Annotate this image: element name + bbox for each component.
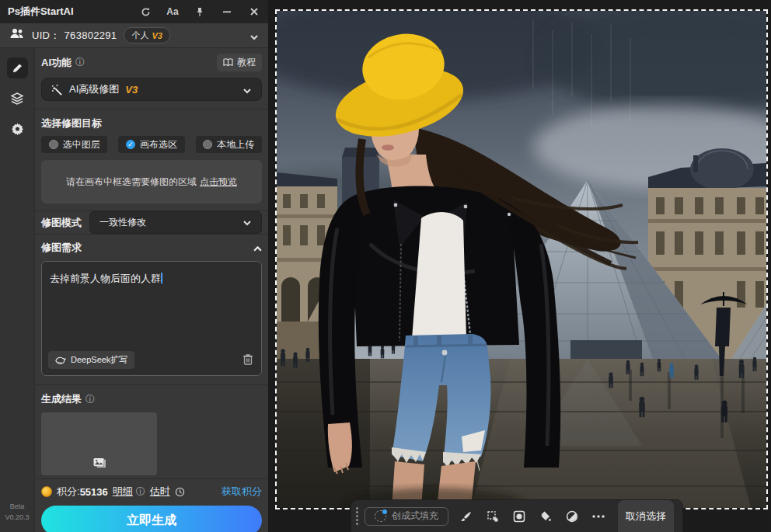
plan-badge: 个人 V3	[124, 27, 169, 43]
plan-version: V3	[152, 31, 162, 40]
transform-select-icon[interactable]	[480, 506, 506, 527]
radio-selected-layer[interactable]: 选中图层	[41, 136, 107, 153]
taskbar-drag-handle[interactable]	[356, 507, 358, 525]
info-icon[interactable]: ⓘ	[85, 393, 95, 406]
radio-icon	[49, 140, 58, 149]
adjustment-icon[interactable]	[559, 506, 585, 527]
section-prompt: 修图需求 去掉前景人物后面的人群 DeepSeek扩写	[35, 235, 268, 385]
mode-select[interactable]: 一致性修改	[89, 211, 262, 234]
refresh-icon[interactable]	[139, 5, 152, 18]
pin-icon[interactable]	[194, 5, 206, 18]
canvas-area[interactable]: 创成式填充 取消选择	[268, 0, 771, 532]
section-result: 生成结果 ⓘ	[35, 385, 268, 479]
generate-button[interactable]: 立即生成	[41, 506, 262, 532]
generative-fill-button[interactable]: 创成式填充	[365, 507, 448, 526]
feature-version: V3	[125, 84, 138, 96]
minimize-icon[interactable]	[221, 5, 233, 18]
app-root: Ps插件StartAI Aa UID：	[0, 0, 771, 532]
whale-icon	[55, 356, 66, 364]
more-options-icon[interactable]	[585, 506, 612, 527]
text-cursor	[161, 273, 162, 283]
plan-name: 个人	[131, 30, 148, 41]
result-thumbnail-empty[interactable]	[41, 412, 157, 475]
coin-icon	[41, 486, 52, 497]
paint-bucket-icon[interactable]	[532, 506, 559, 527]
radio-icon	[203, 140, 212, 149]
prompt-label: 修图需求	[41, 241, 82, 255]
edit-tab-pencil-icon[interactable]	[7, 57, 28, 78]
generative-fill-icon	[375, 510, 386, 522]
section-footer: 积分: 55136 明细 ⓘ 估时 获取积分 立即生成	[35, 479, 268, 532]
prompt-text: 去掉前景人物后面的人群	[50, 273, 161, 284]
mode-label: 修图模式	[41, 216, 82, 230]
magic-wand-icon	[51, 84, 63, 96]
info-icon: ⓘ	[136, 485, 145, 499]
section-target: 选择修图目标 选中图层 ✓ 画布选区 本地上传	[35, 110, 268, 211]
feature-name: AI高级修图	[69, 82, 119, 96]
chevron-down-icon	[242, 85, 252, 94]
book-icon	[223, 58, 233, 67]
radio-checked-icon: ✓	[126, 140, 135, 149]
preview-link[interactable]: 点击预览	[200, 176, 237, 189]
target-label: 选择修图目标	[41, 116, 262, 130]
beta-version: Beta V0.20.3	[0, 502, 34, 523]
document-photo[interactable]	[277, 11, 766, 508]
font-size-icon[interactable]: Aa	[166, 5, 179, 18]
close-icon[interactable]	[248, 5, 260, 18]
plugin-panel: Ps插件StartAI Aa UID：	[0, 0, 268, 532]
credits-detail-link[interactable]: 明细	[113, 485, 133, 499]
radio-local-upload[interactable]: 本地上传	[196, 136, 262, 153]
result-label: 生成结果	[41, 392, 82, 406]
account-bar[interactable]: UID： 763802291 个人 V3	[0, 23, 268, 48]
settings-gear-icon[interactable]	[7, 118, 28, 139]
chevron-up-icon[interactable]	[253, 243, 262, 252]
deepseek-expand-button[interactable]: DeepSeek扩写	[48, 351, 134, 369]
uid-value: 763802291	[65, 30, 117, 41]
uid-label: UID：	[32, 29, 61, 43]
feature-select[interactable]: AI高级修图 V3	[41, 78, 262, 101]
selection-hint: 请在画布中框选需要修图的区域 点击预览	[41, 160, 262, 203]
window-title: Ps插件StartAI	[8, 5, 74, 19]
info-icon[interactable]: ⓘ	[75, 56, 85, 69]
estimate-link[interactable]: 估时	[150, 485, 170, 499]
get-credits-link[interactable]: 获取积分	[222, 485, 262, 499]
contextual-taskbar: 创成式填充 取消选择	[351, 500, 682, 532]
trash-icon[interactable]	[242, 353, 253, 368]
credits-label: 积分:	[57, 485, 80, 499]
photo-illustration	[277, 11, 766, 508]
layers-tab-icon[interactable]	[7, 88, 28, 109]
prompt-textarea[interactable]: 去掉前景人物后面的人群 DeepSeek扩写	[41, 261, 262, 376]
clock-icon	[175, 487, 185, 497]
title-bar: Ps插件StartAI Aa	[0, 0, 268, 23]
radio-canvas-selection[interactable]: ✓ 画布选区	[118, 136, 184, 153]
brush-tool-icon[interactable]	[453, 506, 480, 527]
section-ai-function: AI功能 ⓘ 教程 AI高级修图 V3	[35, 48, 268, 110]
chevron-down-icon[interactable]	[249, 31, 259, 40]
chevron-down-icon	[242, 218, 252, 228]
users-icon	[9, 28, 25, 43]
tutorial-button[interactable]: 教程	[217, 54, 262, 71]
deselect-button[interactable]: 取消选择	[618, 500, 674, 532]
section-mode: 修图模式 一致性修改	[35, 211, 268, 235]
mask-icon[interactable]	[506, 506, 532, 527]
ai-function-label: AI功能	[41, 56, 72, 70]
credits-value: 55136	[80, 486, 108, 498]
image-placeholder-icon	[92, 457, 106, 471]
tool-rail: Beta V0.20.3	[0, 48, 35, 532]
